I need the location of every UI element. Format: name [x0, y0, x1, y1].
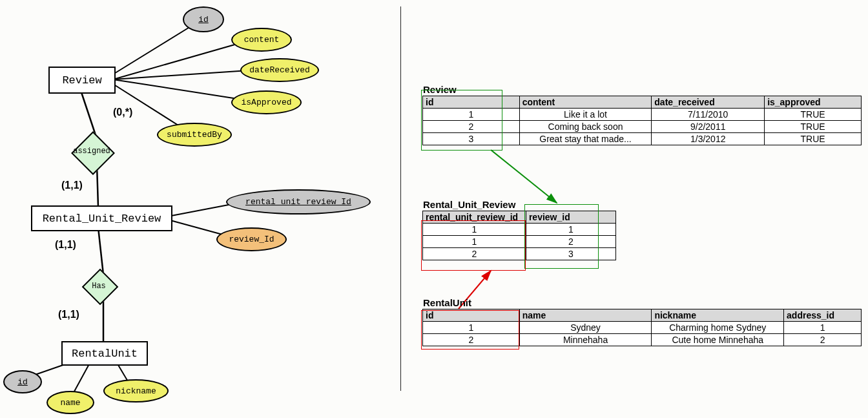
- tables-area: Review id content date_received is_appro…: [420, 0, 868, 418]
- attr-ru-nickname-label: nickname: [116, 386, 156, 396]
- attr-review-id: id: [183, 6, 224, 32]
- rel-has-label: Has: [89, 282, 108, 291]
- attr-submittedby-label: submittedBy: [167, 130, 222, 140]
- th: id: [423, 96, 520, 109]
- table-row: 1 Sydney Charming home Sydney 1: [423, 322, 862, 334]
- table-row: 1 Like it a lot 7/11/2010 TRUE: [423, 109, 862, 121]
- th: content: [519, 96, 652, 109]
- attr-reviewid-label: review_Id: [229, 235, 274, 244]
- attr-review-id-fk: review_Id: [216, 227, 287, 251]
- table-row: 2 Coming back soon 9/2/2011 TRUE: [423, 121, 862, 133]
- attr-content-label: content: [244, 35, 280, 45]
- attr-rur-id: rental_unit_review_Id: [226, 189, 371, 214]
- entity-rentalunit: RentalUnit: [61, 341, 148, 366]
- cardinality-0star: (0,*): [113, 107, 132, 118]
- attr-isapproved: isApproved: [231, 90, 302, 114]
- attr-review-id-label: id: [198, 15, 209, 25]
- table-ru: id name nickname address_id 1 Sydney Cha…: [422, 309, 862, 346]
- entity-rur-label: Rental_Unit_Review: [43, 213, 161, 225]
- vertical-divider: [400, 6, 401, 391]
- table-review-title: Review: [423, 84, 457, 95]
- attr-ru-name-label: name: [60, 398, 80, 408]
- er-diagram: Review id content dateReceived isApprove…: [0, 0, 400, 418]
- th: is_approved: [765, 96, 862, 109]
- th: nickname: [652, 309, 784, 322]
- table-row: 2 3: [423, 248, 616, 260]
- attr-ru-id: id: [3, 370, 42, 393]
- cardinality-11b: (1,1): [55, 239, 76, 251]
- th: review_id: [526, 211, 615, 224]
- cardinality-11c: (1,1): [58, 309, 79, 320]
- entity-review-label: Review: [62, 74, 101, 87]
- attr-submittedby: submittedBy: [157, 123, 232, 147]
- table-row: id content date_received is_approved: [423, 96, 862, 109]
- table-review: id content date_received is_approved 1 L…: [422, 96, 862, 145]
- table-row: id name nickname address_id: [423, 309, 862, 322]
- table-row: 3 Great stay that made... 1/3/2012 TRUE: [423, 133, 862, 145]
- attr-content: content: [231, 28, 292, 52]
- attr-ru-name: name: [46, 391, 94, 414]
- th: id: [423, 309, 520, 322]
- cardinality-11a: (1,1): [61, 180, 83, 191]
- svg-line-9: [98, 227, 103, 275]
- attr-datereceived: dateReceived: [240, 58, 319, 82]
- table-rur-title: Rental_Unit_Review: [423, 199, 515, 210]
- table-row: 1 1: [423, 224, 616, 236]
- attr-isapproved-label: isApproved: [241, 98, 291, 107]
- svg-line-5: [81, 90, 97, 139]
- entity-review: Review: [48, 67, 116, 94]
- svg-line-14: [491, 150, 557, 203]
- attr-rur-id-label: rental_unit_review_Id: [245, 197, 351, 207]
- table-row: 2 Minnehaha Cute home Minnehaha 2: [423, 334, 862, 346]
- svg-line-6: [97, 165, 98, 207]
- table-row: 1 2: [423, 236, 616, 248]
- table-row: rental_unit_review_id review_id: [423, 211, 616, 224]
- rel-assigned-label: assigned: [72, 147, 111, 156]
- th: name: [519, 309, 652, 322]
- th: address_id: [784, 309, 862, 322]
- attr-ru-id-label: id: [17, 377, 28, 387]
- entity-ru-label: RentalUnit: [72, 348, 138, 360]
- attr-datereceived-label: dateReceived: [249, 65, 310, 75]
- th: rental_unit_review_id: [423, 211, 526, 224]
- th: date_received: [652, 96, 765, 109]
- table-rur: rental_unit_review_id review_id 1 1 1 2 …: [422, 211, 616, 260]
- table-ru-title: RentalUnit: [423, 297, 471, 308]
- attr-ru-nickname: nickname: [103, 379, 169, 402]
- entity-rentalunitreview: Rental_Unit_Review: [31, 205, 172, 231]
